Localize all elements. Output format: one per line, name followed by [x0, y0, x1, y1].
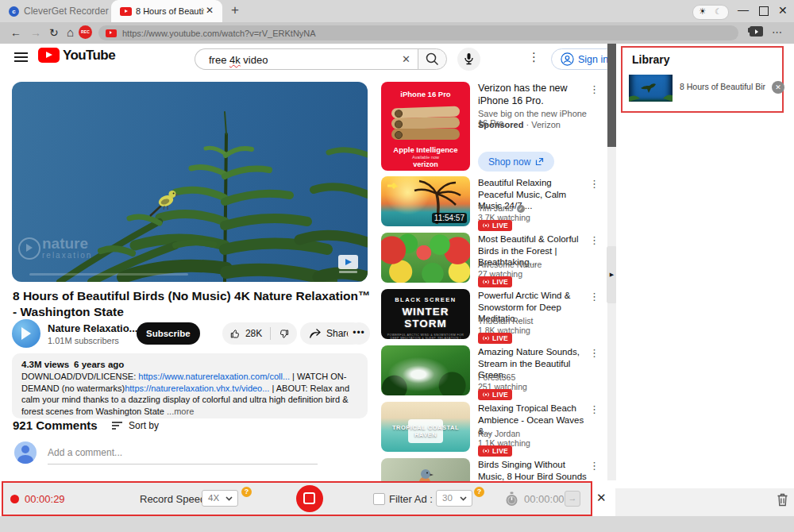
video-thumbnail[interactable]: TROPICAL COASTAL HAVEN	[381, 402, 470, 452]
search-button[interactable]	[418, 48, 447, 70]
sort-by-button[interactable]: Sort by	[111, 420, 159, 431]
window-titlebar: c CleverGet Recorder 8 Hours of Beautifu…	[0, 0, 794, 22]
live-badge: LIVE	[478, 333, 512, 344]
live-badge: LIVE	[478, 276, 512, 287]
channel-avatar[interactable]	[12, 319, 40, 348]
chevron-down-icon	[225, 496, 233, 501]
theme-toggle[interactable]: ☀ ☾	[692, 5, 729, 20]
chevron-down-icon	[460, 496, 467, 501]
like-count: 28K	[245, 328, 262, 339]
filter-ad-checkbox[interactable]	[373, 493, 385, 505]
window-bottom-strip	[0, 516, 794, 532]
bird-thumbnail-graphic	[629, 75, 673, 102]
video-channel: Awesome Nature	[478, 260, 581, 269]
record-speed-label: Record Speed :	[140, 493, 211, 505]
divider	[270, 327, 271, 340]
youtube-wordmark[interactable]: YouTube	[63, 48, 115, 64]
like-icon[interactable]	[230, 328, 241, 340]
player-watermark: nature relaxation	[42, 236, 92, 260]
library-item-thumbnail[interactable]	[629, 75, 673, 102]
home-icon[interactable]: ⌂	[67, 25, 74, 39]
filter-ad-select[interactable]: 30	[436, 490, 472, 507]
video-thumbnail[interactable]	[381, 345, 470, 395]
recording-dot-icon	[10, 495, 19, 503]
help-icon[interactable]: ?	[474, 487, 484, 497]
video-kebab-icon[interactable]: ⋮	[589, 347, 599, 359]
browser-menu-icon[interactable]: ⋯	[772, 26, 783, 38]
sign-in-label: Sign in	[578, 54, 608, 65]
camera-capture-icon[interactable]	[750, 26, 763, 37]
duration-badge: 11:54:57	[432, 213, 467, 223]
search-input[interactable]: free 4k video ✕	[195, 48, 418, 70]
schedule-go-icon[interactable]: →	[565, 491, 580, 507]
ad-thumbnail[interactable]: iPhone 16 Pro Apple Intelligence Availab…	[381, 82, 470, 171]
trash-icon[interactable]	[776, 492, 789, 507]
video-kebab-icon[interactable]: ⋮	[589, 178, 599, 190]
live-badge: LIVE	[478, 220, 512, 231]
video-kebab-icon[interactable]: ⋮	[589, 291, 599, 303]
maximize-button[interactable]	[759, 6, 769, 16]
search-clear-icon[interactable]: ✕	[402, 53, 410, 65]
subscribe-button[interactable]: Subscribe	[137, 322, 200, 345]
description-link[interactable]: https://naturerelaxation.vhx.tv/video...	[125, 384, 269, 393]
stop-recording-button[interactable]	[296, 485, 323, 512]
help-icon[interactable]: ?	[241, 487, 252, 497]
video-thumbnail[interactable]: BLACK SCREEN WINTER STORM POWERFUL ARCTI…	[381, 289, 470, 339]
channel-name[interactable]: Nature Relaxatio...✓	[48, 322, 149, 334]
video-thumbnail[interactable]: 11:54:57	[381, 176, 470, 226]
reload-icon[interactable]: ↻	[49, 26, 59, 39]
video-kebab-icon[interactable]: ⋮	[589, 460, 599, 472]
comment-avatar	[14, 441, 37, 464]
watermark-play-icon	[18, 237, 40, 260]
description-box[interactable]: 4.3M views6 years ago DOWNLOAD/DVD/LICEN…	[12, 353, 368, 418]
url-bar[interactable]: https://www.youtube.com/watch?v=rV_ERKtN…	[98, 25, 738, 40]
forward-icon[interactable]: →	[30, 26, 41, 39]
youtube-logo-icon[interactable]	[38, 48, 60, 63]
like-dislike-pill[interactable]: 28K	[222, 322, 297, 345]
library-item-remove-icon[interactable]: ✕	[772, 81, 784, 94]
dark-theme-icon[interactable]: ☾	[715, 7, 722, 16]
stop-icon	[303, 492, 315, 504]
ad-kebab-icon[interactable]: ⋮	[589, 83, 599, 95]
description-link[interactable]: https://www.naturerelaxation.com/coll...	[138, 372, 290, 381]
recording-elapsed-time: 00:00:29	[25, 493, 65, 505]
comments-header: 921 Comments	[13, 418, 98, 432]
live-icon	[482, 335, 490, 341]
new-tab-button[interactable]: +	[231, 2, 239, 18]
youtube-favicon-icon	[120, 7, 132, 16]
panel-footer	[615, 488, 794, 516]
header-kebab-icon[interactable]: ⋮	[528, 50, 540, 64]
shop-now-button[interactable]: Shop now	[478, 152, 554, 172]
menu-icon[interactable]	[14, 52, 28, 65]
schedule-timer: 00:00:00	[524, 493, 565, 505]
library-box: Library 8 Hours of Beautiful Birds... ✕	[621, 46, 784, 113]
tab-title: 8 Hours of Beautiful Birds (No Music) 4K	[136, 6, 204, 16]
video-thumbnail[interactable]	[381, 233, 470, 283]
window-close-button[interactable]: ✕	[778, 4, 788, 17]
verified-icon: ✓	[517, 205, 525, 213]
rec-icon[interactable]: REC	[79, 25, 92, 39]
video-player[interactable]: nature relaxation	[12, 82, 368, 282]
tab-close-icon[interactable]: ✕	[206, 5, 214, 16]
minimize-button[interactable]: —	[738, 3, 749, 16]
back-icon[interactable]: ←	[10, 26, 21, 39]
mic-button[interactable]	[457, 48, 480, 71]
library-item-title[interactable]: 8 Hours of Beautiful Birds...	[680, 82, 765, 91]
add-comment-input[interactable]: Add a comment...	[48, 447, 318, 465]
app-logo-icon: c	[9, 6, 19, 17]
page-scrollbar-thumb[interactable]	[607, 44, 616, 147]
search-value: free 4k video	[209, 54, 268, 66]
ad-title[interactable]: Verizon has the new iPhone 16 Pro.	[478, 82, 591, 108]
record-speed-select[interactable]: 4X	[202, 490, 238, 507]
video-kebab-icon[interactable]: ⋮	[589, 234, 599, 246]
ad-sponsored-label: Sponsored · Verizon	[478, 120, 561, 129]
more-actions-button[interactable]: •••	[348, 322, 370, 345]
light-theme-icon[interactable]: ☀	[699, 6, 707, 17]
toolbar-close-icon[interactable]: ✕	[596, 491, 607, 505]
dislike-icon[interactable]	[279, 328, 289, 340]
video-kebab-icon[interactable]: ⋮	[589, 403, 599, 415]
show-more-link[interactable]: ...more	[167, 407, 194, 416]
search-icon	[418, 49, 446, 69]
browser-tab[interactable]: 8 Hours of Beautiful Birds (No Music) 4K…	[111, 0, 222, 22]
share-icon	[309, 328, 322, 339]
